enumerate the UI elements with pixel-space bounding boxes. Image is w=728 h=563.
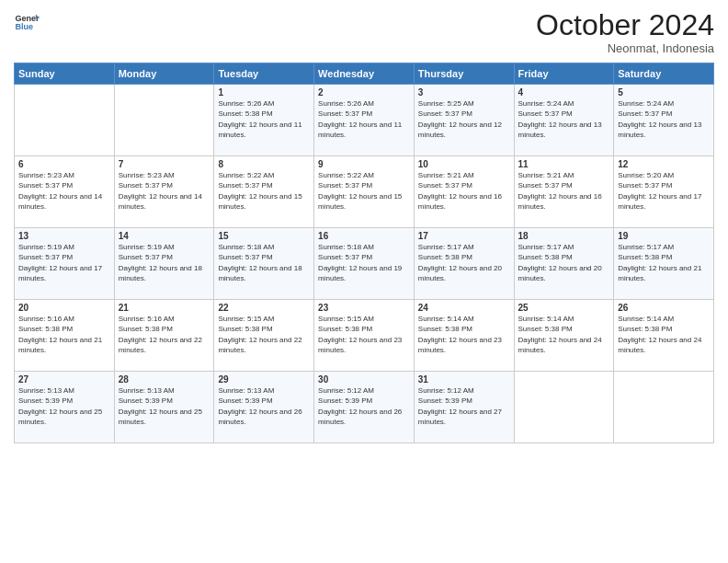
- table-row: 22Sunrise: 5:15 AM Sunset: 5:38 PM Dayli…: [214, 300, 314, 372]
- day-number: 31: [418, 374, 510, 385]
- table-row: 18Sunrise: 5:17 AM Sunset: 5:38 PM Dayli…: [514, 228, 614, 300]
- table-row: 27Sunrise: 5:13 AM Sunset: 5:39 PM Dayli…: [15, 372, 115, 443]
- day-info: Sunrise: 5:24 AM Sunset: 5:37 PM Dayligh…: [618, 98, 710, 140]
- calendar-week-row: 20Sunrise: 5:16 AM Sunset: 5:38 PM Dayli…: [15, 300, 714, 372]
- day-info: Sunrise: 5:26 AM Sunset: 5:37 PM Dayligh…: [318, 98, 410, 140]
- day-number: 12: [618, 159, 710, 169]
- table-row: [114, 85, 214, 156]
- table-row: 20Sunrise: 5:16 AM Sunset: 5:38 PM Dayli…: [15, 300, 115, 372]
- table-row: 28Sunrise: 5:13 AM Sunset: 5:39 PM Dayli…: [114, 372, 214, 443]
- calendar-week-row: 27Sunrise: 5:13 AM Sunset: 5:39 PM Dayli…: [15, 372, 714, 443]
- page: General Blue October 2024 Neonmat, Indon…: [0, 0, 728, 563]
- day-info: Sunrise: 5:12 AM Sunset: 5:39 PM Dayligh…: [318, 385, 410, 427]
- day-number: 29: [218, 374, 310, 385]
- day-info: Sunrise: 5:12 AM Sunset: 5:39 PM Dayligh…: [418, 385, 510, 427]
- day-number: 1: [218, 87, 310, 98]
- day-info: Sunrise: 5:18 AM Sunset: 5:37 PM Dayligh…: [318, 242, 410, 283]
- day-number: 7: [119, 159, 210, 169]
- day-number: 10: [418, 159, 510, 169]
- calendar-header-row: Sunday Monday Tuesday Wednesday Thursday…: [15, 63, 714, 85]
- day-info: Sunrise: 5:26 AM Sunset: 5:38 PM Dayligh…: [218, 98, 310, 140]
- day-info: Sunrise: 5:17 AM Sunset: 5:38 PM Dayligh…: [618, 242, 710, 283]
- table-row: 4Sunrise: 5:24 AM Sunset: 5:37 PM Daylig…: [514, 85, 614, 156]
- day-number: 28: [119, 374, 210, 385]
- calendar-week-row: 1Sunrise: 5:26 AM Sunset: 5:38 PM Daylig…: [15, 85, 714, 156]
- table-row: 31Sunrise: 5:12 AM Sunset: 5:39 PM Dayli…: [414, 372, 514, 443]
- table-row: 2Sunrise: 5:26 AM Sunset: 5:37 PM Daylig…: [314, 85, 415, 156]
- table-row: 23Sunrise: 5:15 AM Sunset: 5:38 PM Dayli…: [314, 300, 415, 372]
- col-monday: Monday: [114, 63, 214, 85]
- calendar-week-row: 6Sunrise: 5:23 AM Sunset: 5:37 PM Daylig…: [15, 156, 714, 228]
- location-subtitle: Neonmat, Indonesia: [536, 41, 714, 55]
- day-info: Sunrise: 5:13 AM Sunset: 5:39 PM Dayligh…: [218, 385, 310, 427]
- month-title: October 2024: [536, 9, 714, 41]
- day-info: Sunrise: 5:15 AM Sunset: 5:38 PM Dayligh…: [318, 314, 410, 355]
- day-number: 18: [518, 231, 610, 241]
- col-friday: Friday: [514, 63, 614, 85]
- col-tuesday: Tuesday: [214, 63, 314, 85]
- day-info: Sunrise: 5:16 AM Sunset: 5:38 PM Dayligh…: [18, 314, 110, 355]
- day-number: 8: [218, 159, 310, 169]
- header: General Blue October 2024 Neonmat, Indon…: [14, 9, 714, 55]
- table-row: 5Sunrise: 5:24 AM Sunset: 5:37 PM Daylig…: [614, 85, 714, 156]
- day-number: 11: [518, 159, 610, 169]
- table-row: 29Sunrise: 5:13 AM Sunset: 5:39 PM Dayli…: [214, 372, 314, 443]
- table-row: 12Sunrise: 5:20 AM Sunset: 5:37 PM Dayli…: [614, 156, 714, 228]
- day-info: Sunrise: 5:22 AM Sunset: 5:37 PM Dayligh…: [218, 170, 310, 212]
- day-info: Sunrise: 5:15 AM Sunset: 5:38 PM Dayligh…: [218, 314, 310, 355]
- day-number: 3: [418, 87, 510, 98]
- day-number: 25: [518, 303, 610, 313]
- calendar-table: Sunday Monday Tuesday Wednesday Thursday…: [14, 63, 714, 443]
- table-row: 26Sunrise: 5:14 AM Sunset: 5:38 PM Dayli…: [614, 300, 714, 372]
- table-row: 9Sunrise: 5:22 AM Sunset: 5:37 PM Daylig…: [314, 156, 415, 228]
- day-info: Sunrise: 5:17 AM Sunset: 5:38 PM Dayligh…: [418, 242, 510, 283]
- table-row: 16Sunrise: 5:18 AM Sunset: 5:37 PM Dayli…: [314, 228, 415, 300]
- day-info: Sunrise: 5:20 AM Sunset: 5:37 PM Dayligh…: [618, 170, 710, 212]
- col-thursday: Thursday: [414, 63, 514, 85]
- day-number: 19: [618, 231, 710, 241]
- day-number: 30: [318, 374, 410, 385]
- logo: General Blue: [14, 9, 40, 35]
- day-info: Sunrise: 5:25 AM Sunset: 5:37 PM Dayligh…: [418, 98, 510, 140]
- day-number: 2: [318, 87, 410, 98]
- table-row: 25Sunrise: 5:14 AM Sunset: 5:38 PM Dayli…: [514, 300, 614, 372]
- day-number: 21: [119, 303, 210, 313]
- title-block: October 2024 Neonmat, Indonesia: [536, 9, 714, 55]
- day-number: 6: [18, 159, 110, 169]
- day-info: Sunrise: 5:24 AM Sunset: 5:37 PM Dayligh…: [518, 98, 610, 140]
- calendar-week-row: 13Sunrise: 5:19 AM Sunset: 5:37 PM Dayli…: [15, 228, 714, 300]
- col-saturday: Saturday: [614, 63, 714, 85]
- day-number: 14: [119, 231, 210, 241]
- table-row: 19Sunrise: 5:17 AM Sunset: 5:38 PM Dayli…: [614, 228, 714, 300]
- day-info: Sunrise: 5:19 AM Sunset: 5:37 PM Dayligh…: [119, 242, 210, 283]
- day-number: 15: [218, 231, 310, 241]
- day-info: Sunrise: 5:13 AM Sunset: 5:39 PM Dayligh…: [119, 385, 210, 427]
- day-info: Sunrise: 5:14 AM Sunset: 5:38 PM Dayligh…: [418, 314, 510, 355]
- day-number: 16: [318, 231, 410, 241]
- table-row: 10Sunrise: 5:21 AM Sunset: 5:37 PM Dayli…: [414, 156, 514, 228]
- day-info: Sunrise: 5:21 AM Sunset: 5:37 PM Dayligh…: [418, 170, 510, 212]
- table-row: [514, 372, 614, 443]
- table-row: 11Sunrise: 5:21 AM Sunset: 5:37 PM Dayli…: [514, 156, 614, 228]
- table-row: 21Sunrise: 5:16 AM Sunset: 5:38 PM Dayli…: [114, 300, 214, 372]
- day-number: 26: [618, 303, 710, 313]
- day-number: 4: [518, 87, 610, 98]
- table-row: 3Sunrise: 5:25 AM Sunset: 5:37 PM Daylig…: [414, 85, 514, 156]
- table-row: 6Sunrise: 5:23 AM Sunset: 5:37 PM Daylig…: [15, 156, 115, 228]
- day-number: 24: [418, 303, 510, 313]
- day-number: 9: [318, 159, 410, 169]
- day-info: Sunrise: 5:19 AM Sunset: 5:37 PM Dayligh…: [18, 242, 110, 283]
- day-info: Sunrise: 5:21 AM Sunset: 5:37 PM Dayligh…: [518, 170, 610, 212]
- table-row: 14Sunrise: 5:19 AM Sunset: 5:37 PM Dayli…: [114, 228, 214, 300]
- day-info: Sunrise: 5:13 AM Sunset: 5:39 PM Dayligh…: [18, 385, 110, 427]
- day-info: Sunrise: 5:23 AM Sunset: 5:37 PM Dayligh…: [18, 170, 110, 212]
- table-row: [15, 85, 115, 156]
- day-info: Sunrise: 5:14 AM Sunset: 5:38 PM Dayligh…: [618, 314, 710, 355]
- day-number: 13: [18, 231, 110, 241]
- table-row: 17Sunrise: 5:17 AM Sunset: 5:38 PM Dayli…: [414, 228, 514, 300]
- table-row: 24Sunrise: 5:14 AM Sunset: 5:38 PM Dayli…: [414, 300, 514, 372]
- day-number: 17: [418, 231, 510, 241]
- table-row: 30Sunrise: 5:12 AM Sunset: 5:39 PM Dayli…: [314, 372, 415, 443]
- day-info: Sunrise: 5:16 AM Sunset: 5:38 PM Dayligh…: [119, 314, 210, 355]
- day-info: Sunrise: 5:18 AM Sunset: 5:37 PM Dayligh…: [218, 242, 310, 283]
